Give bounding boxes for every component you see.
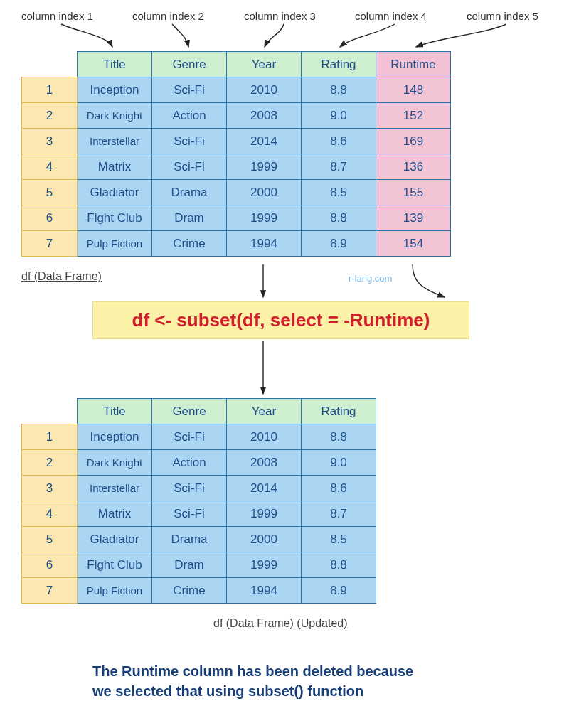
data-cell: Drama [152, 527, 227, 552]
data-cell: 2000 [227, 180, 302, 205]
data-cell: 8.7 [302, 501, 376, 527]
data-cell: Inception [78, 424, 152, 450]
data-cell: 2000 [227, 527, 302, 552]
data-cell: Interstellar [78, 476, 152, 501]
data-cell: Crime [152, 231, 227, 257]
explanation-text: The Runtime column has been deleted beca… [92, 661, 413, 701]
data-cell: 152 [376, 103, 451, 129]
data-cell: Sci-Fi [152, 154, 227, 180]
data-cell: 1999 [227, 154, 302, 180]
row-index: 6 [22, 205, 78, 231]
arrow-col4 [340, 24, 395, 47]
data-cell: 9.0 [302, 450, 376, 476]
data-cell: 1999 [227, 501, 302, 527]
data-cell: 155 [376, 180, 451, 205]
row-index: 4 [22, 501, 78, 527]
column-header: Runtime [376, 52, 451, 77]
row-index: 5 [22, 180, 78, 205]
watermark-text: r-lang.com [349, 273, 392, 284]
data-cell: Sci-Fi [152, 129, 227, 154]
data-cell: Drama [152, 180, 227, 205]
data-cell: 169 [376, 129, 451, 154]
data-cell: 139 [376, 205, 451, 231]
data-cell: Gladiator [78, 527, 152, 552]
column-header: Rating [302, 399, 376, 424]
data-cell: 2010 [227, 77, 302, 103]
data-cell: Dark Knight [78, 450, 152, 476]
data-cell: 1999 [227, 205, 302, 231]
column-header: Genre [152, 399, 227, 424]
data-cell: 8.8 [302, 424, 376, 450]
explanation-line2: we selected that using subset() function [92, 683, 363, 699]
data-cell: Dram [152, 205, 227, 231]
row-index: 1 [22, 424, 78, 450]
row-index: 7 [22, 231, 78, 257]
column-header: Year [227, 52, 302, 77]
data-cell: Fight Club [78, 552, 152, 578]
data-cell: 2014 [227, 476, 302, 501]
data-cell: 2014 [227, 129, 302, 154]
data-cell: Dram [152, 552, 227, 578]
data-cell: Pulp Fiction [78, 578, 152, 604]
data-cell: Matrix [78, 154, 152, 180]
column-header: Rating [302, 52, 376, 77]
data-cell: 8.9 [302, 231, 376, 257]
data-cell: Sci-Fi [152, 424, 227, 450]
row-index: 4 [22, 154, 78, 180]
row-index: 5 [22, 527, 78, 552]
data-cell: Action [152, 450, 227, 476]
data-cell: 8.6 [302, 476, 376, 501]
data-cell: 1999 [227, 552, 302, 578]
column-header: Title [78, 399, 152, 424]
col-index-label: column index 3 [244, 10, 316, 22]
data-cell: Inception [78, 77, 152, 103]
code-expression: df <- subset(df, select = -Runtime) [92, 301, 469, 339]
data-cell: 136 [376, 154, 451, 180]
arrow-col1 [61, 24, 112, 47]
dataframe-table-original: TitleGenreYearRatingRuntime1InceptionSci… [21, 51, 451, 257]
row-index: 2 [22, 450, 78, 476]
data-cell: 8.8 [302, 77, 376, 103]
blank-corner [22, 399, 78, 424]
data-cell: Interstellar [78, 129, 152, 154]
data-cell: 154 [376, 231, 451, 257]
explanation-line1: The Runtime column has been deleted beca… [92, 663, 413, 679]
data-cell: 8.8 [302, 552, 376, 578]
data-cell: Sci-Fi [152, 501, 227, 527]
column-header: Year [227, 399, 302, 424]
col-index-label: column index 5 [467, 10, 538, 22]
arrow-runtime-to-code [413, 264, 445, 297]
data-cell: 8.5 [302, 527, 376, 552]
col-index-label: column index 1 [21, 10, 93, 22]
data-cell: Sci-Fi [152, 77, 227, 103]
arrow-col2 [172, 24, 188, 47]
data-cell: Dark Knight [78, 103, 152, 129]
data-cell: 8.8 [302, 205, 376, 231]
row-index: 2 [22, 103, 78, 129]
data-cell: Pulp Fiction [78, 231, 152, 257]
column-header: Genre [152, 52, 227, 77]
data-cell: 2008 [227, 450, 302, 476]
row-index: 3 [22, 129, 78, 154]
data-cell: Matrix [78, 501, 152, 527]
row-index: 1 [22, 77, 78, 103]
data-cell: 2008 [227, 103, 302, 129]
col-index-label: column index 2 [132, 10, 204, 22]
data-cell: 8.6 [302, 129, 376, 154]
data-cell: Sci-Fi [152, 476, 227, 501]
row-index: 3 [22, 476, 78, 501]
column-header: Title [78, 52, 152, 77]
row-index: 6 [22, 552, 78, 578]
data-cell: 8.7 [302, 154, 376, 180]
arrow-col5 [416, 24, 506, 47]
table-caption-original: df (Data Frame) [21, 270, 102, 283]
data-cell: 148 [376, 77, 451, 103]
row-index: 7 [22, 578, 78, 604]
data-cell: Gladiator [78, 180, 152, 205]
data-cell: 1994 [227, 231, 302, 257]
data-cell: Action [152, 103, 227, 129]
blank-corner [22, 52, 78, 77]
dataframe-table-updated: TitleGenreYearRating1InceptionSci-Fi2010… [21, 398, 376, 604]
data-cell: 9.0 [302, 103, 376, 129]
data-cell: 8.9 [302, 578, 376, 604]
